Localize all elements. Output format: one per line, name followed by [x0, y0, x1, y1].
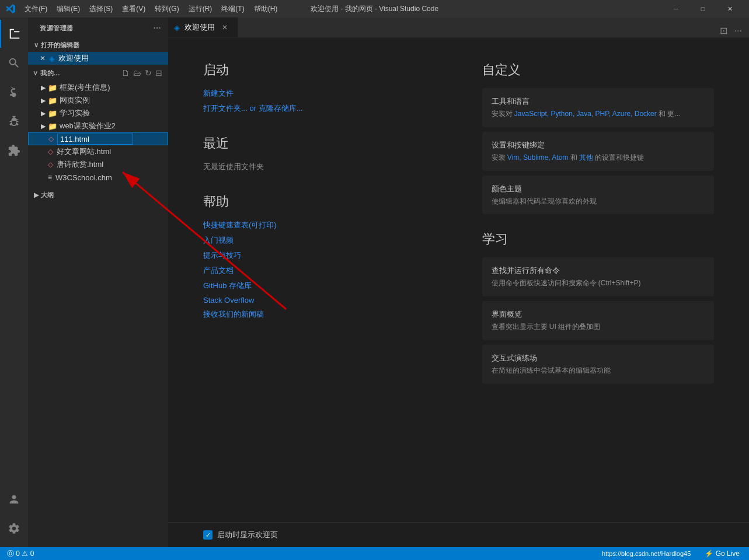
- folder-item-wangye[interactable]: ▶ 📁 网页实例: [28, 94, 168, 107]
- folder-item-xuexi[interactable]: ▶ 📁 学习实验: [28, 107, 168, 120]
- customize-keybindings[interactable]: 设置和按键绑定 安装 Vim, Sublime, Atom 和 其他 的设置和快…: [482, 132, 715, 171]
- welcome-footer: 启动时显示欢迎页: [168, 522, 749, 547]
- activity-settings[interactable]: [0, 514, 28, 542]
- new-folder-icon[interactable]: 🗁: [132, 67, 142, 79]
- main-area: ◈ 欢迎使用 ✕ ⊡ ··· 启动 新建文件 打开文件夹... o: [168, 18, 749, 547]
- file-item-111[interactable]: ◇: [28, 132, 168, 145]
- activity-search[interactable]: [0, 49, 28, 77]
- status-errors[interactable]: ⓪ 0 ⚠ 0: [5, 547, 36, 560]
- folder-item-web[interactable]: ▶ 📁 web课实验作业2: [28, 120, 168, 132]
- workspace-label[interactable]: ∨ 我的...: [33, 69, 60, 78]
- menu-goto[interactable]: 转到(G): [150, 0, 183, 18]
- customize-section: 自定义 工具和语言 安装对 JavaScript, Python, Java, …: [482, 61, 715, 214]
- chevron-right-icon: ▶: [41, 123, 46, 130]
- learn-playground[interactable]: 交互式演练场 在简短的演练中尝试基本的编辑器功能: [482, 345, 715, 384]
- customize-tools-desc: 安装对 JavaScript, Python, Java, PHP, Azure…: [492, 109, 705, 119]
- file-item-tangshi[interactable]: ◇ 唐诗欣赏.html: [28, 158, 168, 171]
- folder-name: 网页实例: [60, 95, 90, 106]
- tab-close-button[interactable]: ✕: [220, 22, 230, 33]
- show-welcome-checkbox[interactable]: 启动时显示欢迎页: [203, 530, 278, 540]
- learn-commands-title: 查找并运行所有命令: [492, 265, 705, 276]
- chm-file-icon: ≡: [48, 173, 52, 181]
- help-shortcut-link[interactable]: 快捷键速查表(可打印): [203, 220, 436, 230]
- learn-title: 学习: [482, 230, 715, 248]
- menu-help[interactable]: 帮助(H): [249, 0, 283, 18]
- more-actions-icon[interactable]: ···: [732, 24, 744, 37]
- keybindings-link[interactable]: Vim, Sublime, Atom: [507, 153, 568, 162]
- file-item-w3c[interactable]: ≡ W3CSchool.chm: [28, 171, 168, 184]
- learn-playground-title: 交互式演练场: [492, 353, 705, 363]
- tab-label: 欢迎使用: [184, 22, 215, 33]
- folder-icon: 📁: [48, 122, 57, 131]
- recent-section: 最近 无最近使用文件夹: [203, 135, 436, 172]
- workspace-icons: 🗋 🗁 ↻ ⊟: [120, 67, 163, 79]
- new-file-icon[interactable]: 🗋: [120, 67, 131, 79]
- recent-title: 最近: [203, 135, 436, 152]
- activity-debug[interactable]: [0, 107, 28, 135]
- welcome-left-column: 启动 新建文件 打开文件夹... or 克隆存储库... 最近 无最近使用文件夹…: [203, 61, 436, 499]
- activity-extensions[interactable]: [0, 136, 28, 164]
- folder-icon: 📁: [48, 109, 57, 118]
- sidebar: 资源管理器 ··· ∨ 打开的编辑器 ✕ ◈ 欢迎使用 ∨ 我的...: [28, 18, 168, 547]
- customize-theme[interactable]: 颜色主题 使编辑器和代码呈现你喜欢的外观: [482, 176, 715, 215]
- help-docs-link[interactable]: 产品文档: [203, 265, 436, 276]
- titlebar-menu[interactable]: 文件(F) 编辑(E) 选择(S) 查看(V) 转到(G) 运行(R) 终端(T…: [20, 0, 282, 18]
- titlebar-controls: ─ □ ✕: [663, 0, 743, 18]
- menu-run[interactable]: 运行(R): [184, 0, 217, 18]
- learn-commands-desc: 使用命令面板快速访问和搜索命令 (Ctrl+Shift+P): [492, 278, 705, 288]
- tab-close-icon[interactable]: ✕: [40, 54, 46, 62]
- activity-git[interactable]: [0, 78, 28, 106]
- explorer-section: ▶ 📁 框架(考生信息) ▶ 📁 网页实例 ▶ 📁 学习实验 ▶ 📁: [28, 81, 168, 547]
- menu-select[interactable]: 选择(S): [85, 0, 117, 18]
- sidebar-more-icon[interactable]: ···: [152, 22, 162, 34]
- start-section: 启动 新建文件 打开文件夹... or 克隆存储库...: [203, 61, 436, 114]
- customize-tools-title: 工具和语言: [492, 96, 705, 107]
- welcome-page: 启动 新建文件 打开文件夹... or 克隆存储库... 最近 无最近使用文件夹…: [168, 38, 749, 522]
- file-item-good[interactable]: ◇ 好文章网站.html: [28, 145, 168, 158]
- open-editor-welcome[interactable]: ✕ ◈ 欢迎使用: [28, 52, 168, 65]
- menu-edit[interactable]: 编辑(E): [52, 0, 85, 18]
- customize-title: 自定义: [482, 61, 715, 79]
- help-newsletter-link[interactable]: 接收我们的新闻稿: [203, 309, 436, 320]
- learn-interface-title: 界面概览: [492, 309, 705, 320]
- folder-icon: 📁: [48, 96, 57, 105]
- tools-link[interactable]: JavaScript, Python, Java, PHP, Azure, Do…: [514, 110, 657, 118]
- maximize-button[interactable]: □: [689, 0, 716, 18]
- learn-interface[interactable]: 界面概览 查看突出显示主要 UI 组件的叠加图: [482, 301, 715, 340]
- split-editor-icon[interactable]: ⊡: [717, 24, 730, 37]
- file-icon: ◈: [49, 54, 55, 63]
- titlebar-left: 文件(F) 编辑(E) 选择(S) 查看(V) 转到(G) 运行(R) 终端(T…: [6, 0, 282, 18]
- keybindings-other-link[interactable]: 其他: [579, 153, 593, 162]
- welcome-right-column: 自定义 工具和语言 安装对 JavaScript, Python, Java, …: [482, 61, 715, 499]
- open-editors-section[interactable]: ∨ 打开的编辑器: [28, 38, 168, 52]
- help-title: 帮助: [203, 193, 436, 211]
- folder-name: 学习实验: [60, 108, 90, 118]
- chevron-right-icon: ▶: [41, 84, 46, 92]
- activity-explorer[interactable]: [0, 20, 28, 48]
- help-stackoverflow-link[interactable]: Stack Overflow: [203, 296, 436, 304]
- collapse-icon[interactable]: ⊟: [154, 67, 163, 79]
- tab-welcome[interactable]: ◈ 欢迎使用 ✕: [168, 18, 238, 37]
- open-editor-name: 欢迎使用: [58, 53, 89, 64]
- menu-terminal[interactable]: 终端(T): [217, 0, 249, 18]
- open-folder-link[interactable]: 打开文件夹... or 克隆存储库...: [203, 103, 436, 114]
- new-file-link[interactable]: 新建文件: [203, 88, 436, 99]
- outline-section[interactable]: ▶ 大纲: [28, 188, 168, 202]
- close-button[interactable]: ✕: [716, 0, 743, 18]
- customize-tools[interactable]: 工具和语言 安装对 JavaScript, Python, Java, PHP,…: [482, 88, 715, 127]
- menu-view[interactable]: 查看(V): [117, 0, 150, 18]
- learn-commands[interactable]: 查找并运行所有命令 使用命令面板快速访问和搜索命令 (Ctrl+Shift+P): [482, 257, 715, 296]
- customize-keybindings-title: 设置和按键绑定: [492, 140, 705, 150]
- refresh-icon[interactable]: ↻: [144, 67, 153, 79]
- folder-item-jiagou[interactable]: ▶ 📁 框架(考生信息): [28, 81, 168, 94]
- filename-rename-input[interactable]: [57, 134, 133, 145]
- help-tips-link[interactable]: 提示与技巧: [203, 250, 436, 261]
- menu-file[interactable]: 文件(F): [20, 0, 52, 18]
- go-live-button[interactable]: ⚡ Go Live: [700, 547, 744, 560]
- help-video-link[interactable]: 入门视频: [203, 235, 436, 246]
- help-github-link[interactable]: GitHub 存储库: [203, 281, 436, 291]
- workspace-section: ∨ 我的... 🗋 🗁 ↻ ⊟: [28, 65, 168, 81]
- status-url[interactable]: https://blog.csdn.net/Hardlog45: [600, 547, 693, 560]
- activity-account[interactable]: [0, 485, 28, 513]
- minimize-button[interactable]: ─: [663, 0, 689, 18]
